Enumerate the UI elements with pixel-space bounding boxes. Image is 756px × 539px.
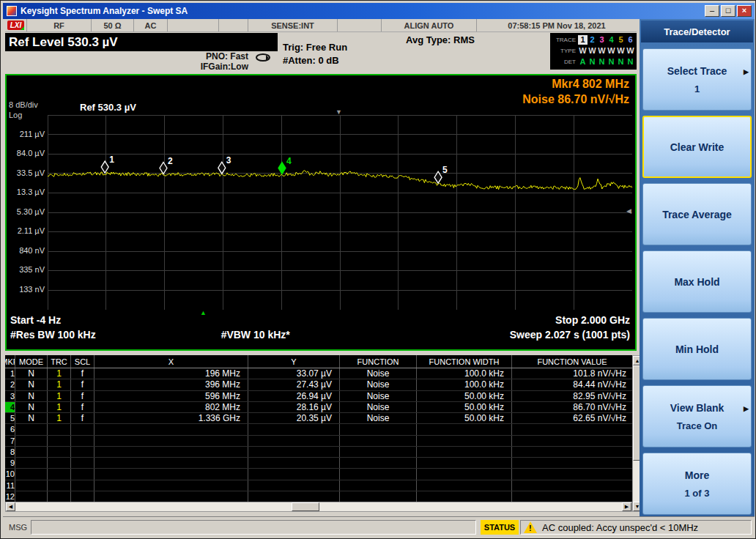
status-spacer bbox=[219, 19, 248, 31]
header-mode: MODE bbox=[15, 355, 47, 368]
scroll-left-button[interactable]: ◀ bbox=[6, 502, 15, 511]
trace-legend-row-trace: TRACE 1 2 3 4 5 6 bbox=[552, 34, 635, 45]
table-row-empty[interactable]: 8 bbox=[5, 447, 632, 458]
trace-legend: TRACE 1 2 3 4 5 6 TYPE W W W W W W DET A… bbox=[550, 33, 637, 70]
status-spacer bbox=[338, 19, 382, 31]
trace-number: 1 bbox=[578, 35, 588, 45]
marker-table: MKR MODE TRC SCL X Y FUNCTION FUNCTION W… bbox=[5, 355, 632, 502]
center-marker-icon: ▼ bbox=[336, 108, 342, 116]
softkey-select-trace[interactable]: Select Trace 1 ▶ bbox=[642, 48, 752, 111]
close-button[interactable]: × bbox=[737, 5, 752, 17]
stop-freq: Stop 2.000 GHz bbox=[555, 314, 630, 326]
table-row[interactable]: 2 N 1 f 396 MHz 27.43 µV Noise 100.0 kHz… bbox=[5, 379, 632, 390]
y-tick-label: 335 nV bbox=[7, 265, 45, 274]
table-row[interactable]: 3 N 1 f 596 MHz 26.94 µV Noise 50.00 kHz… bbox=[5, 391, 632, 402]
atten-readout: #Atten: 0 dB bbox=[283, 55, 339, 66]
status-spacer bbox=[168, 19, 219, 31]
table-row-empty[interactable]: 12 bbox=[5, 491, 632, 502]
y-tick-label: 5.30 µV bbox=[7, 207, 45, 216]
horizontal-scrollbar[interactable]: ◀ ▶ bbox=[5, 502, 632, 512]
y-tick-label: 840 nV bbox=[7, 246, 45, 255]
y-tick-label: 84.0 µV bbox=[7, 149, 45, 157]
rf-input-indicator: RF bbox=[27, 19, 92, 31]
scroll-right-button[interactable]: ▶ bbox=[622, 502, 631, 511]
y-tick-label: 13.3 µV bbox=[7, 187, 45, 196]
ref-annotation: Ref 530.3 µV bbox=[80, 102, 136, 113]
marker-readout-value: Noise 86.70 nV/√Hz bbox=[522, 93, 629, 106]
horizontal-scroll-thumb[interactable] bbox=[292, 502, 319, 511]
y-tick-label: 33.5 µV bbox=[7, 168, 45, 177]
header-scl: SCL bbox=[70, 355, 94, 368]
softkey-more[interactable]: More 1 of 3 bbox=[642, 453, 752, 515]
msg-label: MSG bbox=[9, 523, 27, 532]
trace-number: 4 bbox=[607, 35, 616, 45]
trace-number: 6 bbox=[626, 35, 635, 45]
scale-type-annotation: Log bbox=[9, 111, 22, 119]
window-title: Keysight Spectrum Analyzer - Swept SA bbox=[21, 6, 705, 16]
svg-text:5: 5 bbox=[442, 165, 448, 175]
header-x: X bbox=[94, 355, 248, 368]
svg-text:1: 1 bbox=[109, 155, 114, 165]
softkey-clear-write[interactable]: Clear Write bbox=[642, 116, 752, 178]
table-row-empty[interactable]: 11 bbox=[5, 480, 632, 491]
table-row-empty[interactable]: 10 bbox=[5, 469, 632, 480]
freq-annotation-row: Start -4 Hz Stop 2.000 GHz bbox=[10, 314, 630, 326]
datetime-indicator: 07:58:15 PM Nov 18, 2021 bbox=[477, 19, 637, 31]
trace-legend-row-det: DET A N N N N N bbox=[552, 56, 635, 67]
table-row[interactable]: 1 N 1 f 196 MHz 33.07 µV Noise 100.0 kHz… bbox=[5, 368, 632, 379]
trace-number: 3 bbox=[597, 35, 607, 45]
trace-number: 5 bbox=[616, 35, 626, 45]
header-function-width: FUNCTION WIDTH bbox=[416, 355, 511, 368]
maximize-button[interactable]: □ bbox=[721, 5, 735, 17]
y-tick-label: 211 µV bbox=[7, 130, 45, 138]
softkey-view-blank[interactable]: View Blank Trace On ▶ bbox=[642, 385, 752, 447]
submenu-arrow-icon: ▶ bbox=[744, 68, 749, 75]
marker-readout-freq: Mkr4 802 MHz bbox=[552, 78, 629, 91]
softkey-menu-title: Trace/Detector bbox=[641, 21, 753, 42]
alert-field: ! AC coupled: Accy unspec'd < 10MHz bbox=[520, 520, 752, 535]
trace-legend-row-type: TYPE W W W W W W bbox=[552, 45, 635, 56]
table-row[interactable]: 5 N 1 f 1.336 GHz 20.35 µV Noise 50.00 k… bbox=[5, 413, 632, 424]
avg-type-readout: Avg Type: RMS bbox=[406, 34, 475, 45]
lxi-icon: LXI bbox=[7, 21, 25, 30]
instrument-status-strip: LXI RF 50 Ω AC SENSE:INT ALIGN AUTO 07:5… bbox=[5, 19, 637, 32]
softkey-panel: Trace/Detector Select Trace 1 ▶ Clear Wr… bbox=[640, 19, 755, 516]
status-bar: MSG STATUS ! AC coupled: Accy unspec'd <… bbox=[3, 516, 755, 538]
minimize-button[interactable]: – bbox=[705, 5, 719, 17]
header-trc: TRC bbox=[47, 355, 70, 368]
title-bar[interactable]: Keysight Spectrum Analyzer - Swept SA – … bbox=[3, 3, 755, 19]
spectrum-chart[interactable]: 12345 bbox=[48, 115, 632, 310]
header-function: FUNCTION bbox=[339, 355, 416, 368]
vbw: #VBW 10 kHz* bbox=[221, 329, 426, 341]
svg-text:4: 4 bbox=[286, 156, 292, 166]
message-field bbox=[31, 520, 476, 535]
header-y: Y bbox=[248, 355, 339, 368]
softkey-trace-average[interactable]: Trace Average bbox=[642, 183, 752, 245]
sweep-time: Sweep 2.027 s (1001 pts) bbox=[426, 329, 630, 341]
start-freq: Start -4 Hz bbox=[10, 314, 61, 326]
sense-indicator: SENSE:INT bbox=[248, 19, 338, 31]
ifgain-readout: IFGain:Low bbox=[152, 62, 248, 72]
softkey-min-hold[interactable]: Min Hold bbox=[642, 318, 752, 380]
app-window: Keysight Spectrum Analyzer - Swept SA – … bbox=[0, 0, 756, 539]
y-tick-label: 2.11 µV bbox=[7, 226, 45, 235]
bw-annotation-row: #Res BW 100 kHz #VBW 10 kHz* Sweep 2.027… bbox=[10, 329, 630, 341]
spectrum-display: Mkr4 802 MHz Noise 86.70 nV/√Hz 8 dB/div… bbox=[5, 74, 637, 351]
marker-table-header: MKR MODE TRC SCL X Y FUNCTION FUNCTION W… bbox=[5, 355, 632, 368]
table-row-active[interactable]: 4 N 1 f 802 MHz 28.16 µV Noise 50.00 kHz… bbox=[5, 402, 632, 413]
softkey-max-hold[interactable]: Max Hold bbox=[642, 250, 752, 313]
trace-number: 2 bbox=[588, 35, 597, 45]
svg-text:3: 3 bbox=[226, 155, 231, 166]
table-row-empty[interactable]: 6 bbox=[5, 424, 632, 435]
status-badge: STATUS bbox=[481, 520, 519, 535]
app-icon bbox=[7, 6, 17, 16]
header-function-value: FUNCTION VALUE bbox=[511, 355, 632, 368]
table-row-empty[interactable]: 9 bbox=[5, 458, 632, 469]
trigger-readout: Trig: Free Run bbox=[283, 42, 347, 53]
y-tick-label: 133 nV bbox=[7, 285, 45, 294]
align-indicator: ALIGN AUTO bbox=[382, 19, 477, 31]
impedance-indicator: 50 Ω bbox=[92, 19, 134, 31]
ref-marker-icon: ◀ bbox=[626, 207, 631, 215]
table-row-empty[interactable]: 7 bbox=[5, 436, 632, 447]
pno-block: PNO: Fast IFGain:Low bbox=[152, 51, 248, 72]
